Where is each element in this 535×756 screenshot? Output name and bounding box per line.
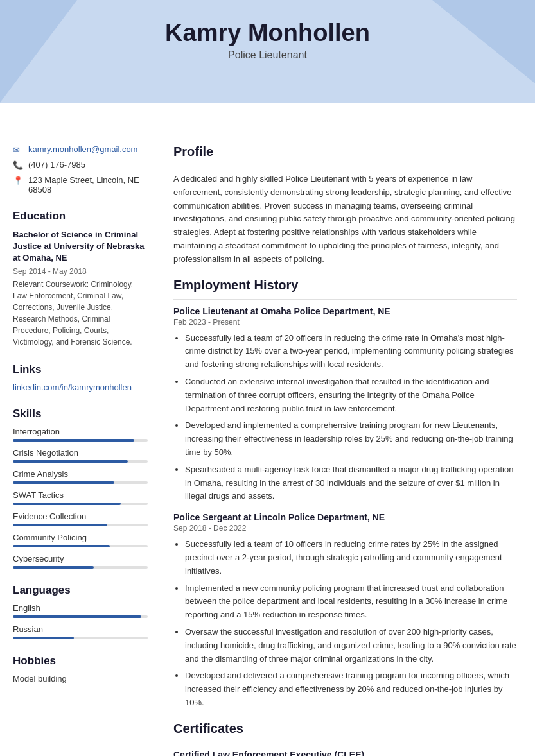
skill-item: Cybersecurity <box>13 554 148 569</box>
education-section: Education Bachelor of Science in Crimina… <box>13 210 148 348</box>
email-icon: ✉ <box>13 145 23 155</box>
address-value: 123 Maple Street, Lincoln, NE 68508 <box>28 175 148 194</box>
education-title: Education <box>13 210 148 223</box>
skill-bar-bg <box>13 524 148 526</box>
employment-section-title: Employment History <box>173 278 517 293</box>
hobbies-list: Model building <box>13 674 148 683</box>
job-dates: Feb 2023 - Present <box>173 318 517 327</box>
job-title: Police Lieutenant at Omaha Police Depart… <box>173 306 517 316</box>
job-bullets-list: Successfully led a team of 10 officers i… <box>173 538 517 710</box>
profile-divider <box>173 166 517 166</box>
phone-value: (407) 176-7985 <box>28 160 85 169</box>
skill-bar-bg <box>13 439 148 442</box>
skill-bar-fill <box>13 524 107 526</box>
languages-title: Languages <box>13 584 148 597</box>
job-bullets-list: Successfully led a team of 20 officers i… <box>173 332 517 504</box>
job-dates: Sep 2018 - Dec 2022 <box>173 524 517 533</box>
location-icon: 📍 <box>13 176 23 185</box>
skill-bar-fill <box>13 566 94 569</box>
job-entry: Police Lieutenant at Omaha Police Depart… <box>173 306 517 504</box>
hobbies-section: Hobbies Model building <box>13 655 148 683</box>
skill-item: SWAT Tactics <box>13 490 148 505</box>
skill-name: Cybersecurity <box>13 554 148 563</box>
main-layout: ✉ kamry.monhollen@gmail.com 📞 (407) 176-… <box>0 132 535 756</box>
language-name: English <box>13 603 148 613</box>
languages-section: Languages English Russian <box>13 584 148 639</box>
address-item: 📍 123 Maple Street, Lincoln, NE 68508 <box>13 175 148 194</box>
email-value[interactable]: kamry.monhollen@gmail.com <box>28 144 137 154</box>
cert-entry: Certified Law Enforcement Executive (CLE… <box>173 750 517 756</box>
profile-text: A dedicated and highly skilled Police Li… <box>173 173 517 266</box>
skill-name: Crime Analysis <box>13 469 148 479</box>
edu-coursework: Relevant Coursework: Criminology, Law En… <box>13 279 148 348</box>
job-bullet: Implemented a new community policing pro… <box>185 582 517 622</box>
job-entry: Police Sergeant at Lincoln Police Depart… <box>173 512 517 710</box>
skills-section: Skills Interrogation Crisis Negotiation … <box>13 408 148 569</box>
phone-icon: 📞 <box>13 160 23 170</box>
job-title: Police Sergeant at Lincoln Police Depart… <box>173 512 517 522</box>
skill-bar-fill <box>13 439 134 442</box>
certificates-divider <box>173 743 517 743</box>
skills-list: Interrogation Crisis Negotiation Crime A… <box>13 427 148 569</box>
skill-name: Crisis Negotiation <box>13 448 148 458</box>
languages-list: English Russian <box>13 603 148 639</box>
language-item: English <box>13 603 148 618</box>
job-bullet: Successfully led a team of 20 officers i… <box>185 332 517 372</box>
skill-name: Community Policing <box>13 533 148 542</box>
candidate-title: Police Lieutenant <box>0 49 535 61</box>
edu-dates: Sep 2014 - May 2018 <box>13 267 148 276</box>
edu-degree: Bachelor of Science in Criminal Justice … <box>13 229 148 264</box>
job-bullet: Oversaw the successful investigation and… <box>185 626 517 666</box>
header: Kamry Monhollen Police Lieutenant <box>0 0 535 61</box>
job-bullet: Developed and implemented a comprehensiv… <box>185 419 517 459</box>
employment-divider <box>173 299 517 300</box>
hobby-item: Model building <box>13 674 148 683</box>
skill-item: Crisis Negotiation <box>13 448 148 463</box>
job-bullet: Successfully led a team of 10 officers i… <box>185 538 517 578</box>
links-section: Links linkedin.com/in/kamrymonhollen <box>13 363 148 392</box>
linkedin-link[interactable]: linkedin.com/in/kamrymonhollen <box>13 382 148 392</box>
links-title: Links <box>13 363 148 376</box>
hobbies-title: Hobbies <box>13 655 148 667</box>
skill-item: Interrogation <box>13 427 148 442</box>
email-item: ✉ kamry.monhollen@gmail.com <box>13 144 148 155</box>
skill-name: Interrogation <box>13 427 148 436</box>
skill-item: Crime Analysis <box>13 469 148 484</box>
language-item: Russian <box>13 624 148 639</box>
skill-bar-fill <box>13 545 110 547</box>
skill-bar-fill <box>13 481 114 484</box>
skill-item: Community Policing <box>13 533 148 547</box>
candidate-name: Kamry Monhollen <box>0 19 535 47</box>
phone-item: 📞 (407) 176-7985 <box>13 160 148 170</box>
skill-bar-bg <box>13 460 148 463</box>
language-name: Russian <box>13 624 148 634</box>
skill-name: Evidence Collection <box>13 511 148 521</box>
skill-bar-fill <box>13 460 128 463</box>
skill-bar-bg <box>13 481 148 484</box>
job-bullet: Conducted an extensive internal investig… <box>185 375 517 415</box>
skill-bar-fill <box>13 503 121 505</box>
lang-bar-bg <box>13 615 148 618</box>
lang-bar-bg <box>13 637 148 639</box>
lang-bar-fill <box>13 615 141 618</box>
profile-section-title: Profile <box>173 144 517 159</box>
certificates-list: Certified Law Enforcement Executive (CLE… <box>173 750 517 756</box>
skills-title: Skills <box>13 408 148 420</box>
job-bullet: Developed and delivered a comprehensive … <box>185 669 517 709</box>
sidebar: ✉ kamry.monhollen@gmail.com 📞 (407) 176-… <box>0 132 161 756</box>
contact-section: ✉ kamry.monhollen@gmail.com 📞 (407) 176-… <box>13 144 148 194</box>
skill-bar-bg <box>13 566 148 569</box>
skill-bar-bg <box>13 503 148 505</box>
employment-list: Police Lieutenant at Omaha Police Depart… <box>173 306 517 710</box>
main-content: Profile A dedicated and highly skilled P… <box>161 132 535 756</box>
certificates-section-title: Certificates <box>173 721 517 736</box>
skill-item: Evidence Collection <box>13 511 148 526</box>
skill-name: SWAT Tactics <box>13 490 148 500</box>
skill-bar-bg <box>13 545 148 547</box>
job-bullet: Spearheaded a multi-agency task force th… <box>185 463 517 503</box>
lang-bar-fill <box>13 637 74 639</box>
cert-name: Certified Law Enforcement Executive (CLE… <box>173 750 517 756</box>
